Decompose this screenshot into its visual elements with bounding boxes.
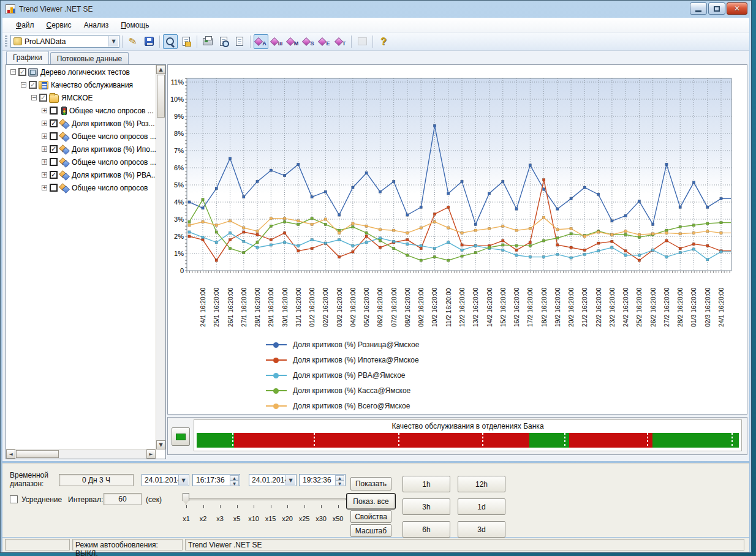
tree-checkbox[interactable] [50,158,58,166]
toolbar-grip[interactable] [5,36,7,48]
tree-row-5[interactable]: +Общее число опросов ... [7,130,156,143]
tree-expander[interactable]: + [42,146,47,152]
tree-checkbox[interactable]: ✓ [50,171,58,179]
datasource-combo[interactable]: ProLANData ▼ [10,35,119,48]
timescale-button-S[interactable]: S [301,34,316,49]
properties-button[interactable] [179,34,194,49]
timescale-button-T[interactable]: T [333,34,348,49]
tree-row-0[interactable]: −✓Дерево логических тестов [7,66,156,78]
menu-item-analysis[interactable]: Анализ [78,19,115,31]
date-to-dropdown-icon[interactable]: ▼ [285,475,295,485]
time-from-spinner[interactable]: 16:17:36 ▲▼ [192,474,240,486]
time-from-down-icon[interactable]: ▼ [230,481,239,486]
tree-expander[interactable]: + [42,185,47,190]
date-from-dropdown-icon[interactable]: ▼ [178,475,188,485]
save-button[interactable] [142,34,156,49]
tree-expander[interactable]: + [42,121,47,126]
titlebar[interactable]: Trend Viewer .NET SE ✕ [1,1,751,18]
tree-checkbox[interactable]: ✓ [50,145,58,153]
tree-checkbox[interactable] [50,107,58,115]
help-button[interactable]: ? [376,34,391,49]
slider-scale-label: x20 [279,515,295,522]
interval-value-field[interactable]: 60 [104,493,142,505]
tree-row-1[interactable]: −✓Качество обслуживания [7,78,156,91]
quality-band-bar[interactable] [197,433,739,448]
page-setup-button[interactable] [232,34,247,49]
show-button[interactable]: Показать [350,477,391,490]
timescale-button-E[interactable]: E [317,34,332,49]
scroll-right-button[interactable]: ► [146,449,156,459]
quick-button-12h[interactable]: 12h [458,476,505,492]
legend-line-icon [266,390,287,391]
tree-vertical-scrollbar[interactable]: ▲ ▼ [156,65,165,449]
show-all-button[interactable]: Показ. все [347,494,395,509]
trend-chart[interactable]: 01%2%3%4%5%6%7%8%9%10%11%24/1 16:20:0025… [168,65,747,334]
band-status-button[interactable] [172,427,190,446]
timescale-button-ш[interactable]: ш [270,34,284,49]
tree-expander[interactable]: − [31,95,37,100]
combo-dropdown-icon[interactable]: ▼ [108,36,118,47]
tree-expander[interactable]: + [42,108,47,113]
tree-checkbox[interactable]: ✓ [39,94,47,102]
time-to-up-icon[interactable]: ▲ [335,475,344,481]
menu-item-help[interactable]: Помощь [115,19,155,31]
print-preview-button[interactable] [216,34,231,49]
scale-button[interactable]: Масштаб [350,524,391,537]
zoom-mode-button[interactable] [163,34,178,49]
x-axis-label: 29/1 16:20:00 [267,288,274,327]
tree-expander[interactable]: + [42,133,47,139]
tree-checkbox[interactable]: ✓ [29,81,37,89]
tree-expander[interactable]: + [42,159,47,165]
tree-row-8[interactable]: +✓Доля критиков (%) РВА... [7,168,156,181]
legend-dot-icon [273,404,279,409]
quick-button-3h[interactable]: 3h [403,498,450,515]
band-segment-green [652,433,739,448]
hscroll-thumb[interactable] [16,450,59,458]
tree-expander[interactable]: + [42,172,47,178]
time-to-spinner[interactable]: 19:32:36 ▲▼ [299,474,346,486]
averaging-checkbox[interactable] [10,495,18,503]
minimize-button[interactable] [690,2,707,15]
date-to-picker[interactable]: 24.01.2014 ▼ [249,474,297,486]
quick-button-3d[interactable]: 3d [458,521,505,538]
maximize-button[interactable] [708,2,725,15]
tree-row-2[interactable]: −✓ЯМСКОЕ [7,91,156,104]
vscroll-thumb[interactable] [157,75,165,118]
scroll-down-button[interactable]: ▼ [156,440,165,449]
tree-checkbox[interactable]: ✓ [18,68,26,76]
timescale-button-A[interactable]: A [254,34,268,49]
scroll-up-button[interactable]: ▲ [156,65,165,74]
tree-expander[interactable]: − [10,69,16,75]
menu-item-file[interactable]: Файл [10,19,40,31]
interval-slider-track[interactable] [183,498,346,500]
time-from-up-icon[interactable]: ▲ [230,475,239,481]
properties-action-button[interactable]: Свойства [350,510,391,523]
menu-item-service[interactable]: Сервис [40,19,78,31]
tree-checkbox[interactable] [50,132,58,140]
tab-graphs[interactable]: Графики [6,51,49,64]
interval-slider-thumb[interactable] [183,493,189,505]
tree-item-label: Доля критиков (%) Роз... [72,119,155,128]
tree-expander[interactable]: − [21,82,26,88]
tree-checkbox[interactable] [50,184,58,192]
tree-row-9[interactable]: +Общее число опросов [7,181,156,194]
tab-stream-data[interactable]: Потоковые данные [50,52,129,64]
close-button[interactable]: ✕ [727,2,747,15]
tree-row-7[interactable]: +Общее число опросов ... [7,156,156,168]
quick-button-6h[interactable]: 6h [403,521,450,538]
tree-row-4[interactable]: +✓Доля критиков (%) Роз... [7,117,156,130]
legend-line-icon [266,405,287,407]
sign-button[interactable]: ✎ [126,34,140,49]
scroll-left-button[interactable]: ◄ [6,449,15,459]
quick-button-1d[interactable]: 1d [458,498,505,515]
tree-checkbox[interactable]: ✓ [50,119,58,127]
print-button[interactable] [200,34,215,49]
tree-row-6[interactable]: +✓Доля критиков (%) Ипо... [7,143,156,156]
time-to-down-icon[interactable]: ▼ [335,481,344,486]
timescale-button-M[interactable]: M [285,34,300,49]
x-axis-label: 15/2 16:20:00 [499,288,507,327]
date-from-picker[interactable]: 24.01.2014 ▼ [142,474,189,486]
tree-row-3[interactable]: +Общее число опросов ... [7,104,156,117]
quick-button-1h[interactable]: 1h [403,476,450,492]
tree-horizontal-scrollbar[interactable]: ◄ ► [6,449,156,459]
